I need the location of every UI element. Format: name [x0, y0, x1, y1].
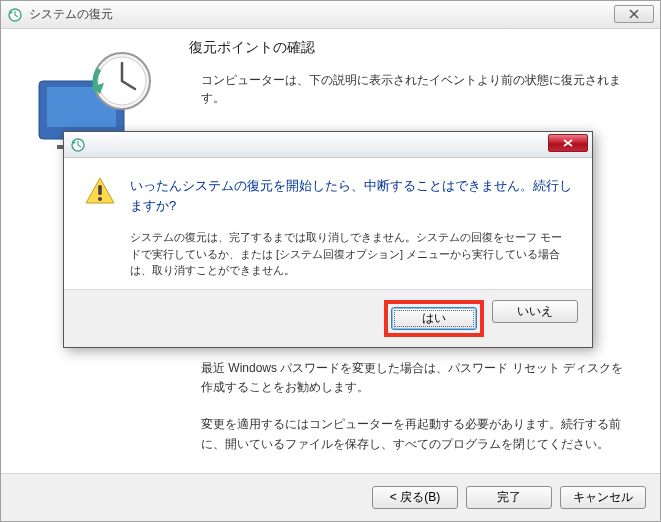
restart-note: 変更を適用するにはコンピューターを再起動する必要があります。続行する前に、開いて… [201, 415, 630, 453]
modal-close-button[interactable] [548, 134, 588, 152]
close-icon [629, 9, 639, 19]
lower-notes: 最近 Windows パスワードを変更した場合は、パスワード リセット ディスク… [201, 359, 630, 472]
yes-button[interactable]: はい [391, 307, 477, 330]
warning-icon [84, 176, 116, 206]
modal-body: いったんシステムの復元を開始したら、中断することはできません。続行しますか? シ… [64, 158, 592, 289]
modal-footer: はい いいえ [64, 289, 592, 347]
no-button[interactable]: いいえ [492, 300, 578, 323]
yes-highlight: はい [384, 300, 484, 337]
password-note: 最近 Windows パスワードを変更した場合は、パスワード リセット ディスク… [201, 359, 630, 397]
page-subtext: コンピューターは、下の説明に表示されたイベントより前の状態に復元されます。 [201, 71, 636, 107]
cancel-button[interactable]: キャンセル [560, 486, 646, 509]
wizard-footer: < 戻る(B) 完了 キャンセル [1, 473, 660, 521]
restore-icon [70, 137, 86, 153]
modal-text: いったんシステムの復元を開始したら、中断することはできません。続行しますか? シ… [130, 176, 572, 279]
restore-icon [7, 7, 23, 23]
close-icon [563, 139, 573, 147]
window-title: システムの復元 [29, 6, 113, 23]
finish-button[interactable]: 完了 [466, 486, 552, 509]
modal-detail-text: システムの復元は、完了するまでは取り消しできません。システムの回復をセーフ モー… [130, 229, 572, 279]
modal-titlebar [64, 132, 592, 158]
main-titlebar: システムの復元 [1, 1, 660, 29]
main-content: 復元ポイントの確認 コンピューターは、下の説明に表示されたイベントより前の状態に… [189, 39, 636, 107]
modal-main-text: いったんシステムの復元を開始したら、中断することはできません。続行しますか? [130, 176, 572, 215]
svg-rect-8 [98, 185, 102, 195]
close-button[interactable] [614, 5, 654, 23]
confirmation-dialog: いったんシステムの復元を開始したら、中断することはできません。続行しますか? シ… [63, 131, 593, 348]
back-button[interactable]: < 戻る(B) [372, 486, 458, 509]
svg-point-9 [98, 197, 102, 201]
page-heading: 復元ポイントの確認 [189, 39, 636, 57]
